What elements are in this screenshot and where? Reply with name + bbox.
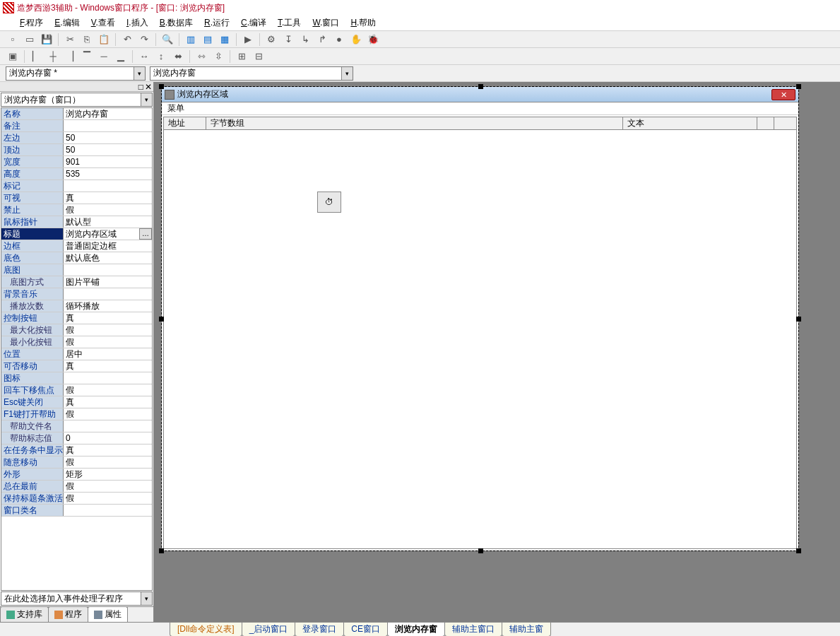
menu-item[interactable]: C.编译 bbox=[238, 16, 269, 30]
resize-handle[interactable] bbox=[159, 84, 164, 89]
resize-handle[interactable] bbox=[796, 84, 801, 89]
property-value[interactable] bbox=[64, 505, 152, 516]
chevron-down-icon[interactable]: ▾ bbox=[341, 67, 353, 80]
property-value[interactable]: 假 bbox=[64, 204, 152, 216]
open-file-icon[interactable]: ▭ bbox=[23, 33, 37, 47]
property-row[interactable]: 位置居中 bbox=[1, 348, 152, 360]
window-tab[interactable]: [Dll命令定义表] bbox=[170, 623, 242, 636]
new-file-icon[interactable]: ▫ bbox=[6, 33, 20, 47]
property-value[interactable]: 浏览内存区域 bbox=[64, 228, 139, 240]
center-v-icon[interactable]: ⊟ bbox=[252, 49, 266, 64]
window-tab[interactable]: 辅助主窗口 bbox=[444, 623, 502, 636]
property-row[interactable]: 保持标题条激活假 bbox=[1, 493, 152, 505]
property-row[interactable]: 底色默认底色 bbox=[1, 252, 152, 264]
property-value[interactable]: 默认底色 bbox=[64, 252, 152, 264]
breakpoint-icon[interactable]: ● bbox=[332, 33, 346, 47]
menu-item[interactable]: H.帮助 bbox=[348, 16, 379, 30]
compile-icon[interactable]: ⚙ bbox=[264, 33, 278, 47]
panel2-icon[interactable]: ▤ bbox=[201, 33, 215, 47]
property-value[interactable]: 50 bbox=[64, 132, 152, 143]
property-row[interactable]: 外形矩形 bbox=[1, 469, 152, 481]
menu-item[interactable]: W.窗口 bbox=[309, 16, 342, 30]
save-icon[interactable]: 💾 bbox=[40, 33, 54, 47]
property-row[interactable]: 最小化按钮假 bbox=[1, 336, 152, 348]
property-row[interactable]: 图标 bbox=[1, 372, 152, 384]
pin-icon[interactable]: □ bbox=[138, 82, 143, 92]
panel3-icon[interactable]: ▦ bbox=[218, 33, 232, 47]
step-over-icon[interactable]: ↧ bbox=[281, 33, 295, 47]
menu-item[interactable]: F.程序 bbox=[17, 16, 46, 30]
menu-item[interactable]: R.运行 bbox=[201, 16, 232, 30]
undo-icon[interactable]: ↶ bbox=[120, 33, 134, 47]
resize-handle[interactable] bbox=[159, 548, 164, 553]
step-into-icon[interactable]: ↳ bbox=[298, 33, 312, 47]
align-left-icon[interactable]: ▏ bbox=[29, 49, 43, 64]
find-icon[interactable]: 🔍 bbox=[160, 33, 174, 47]
property-value[interactable] bbox=[64, 180, 152, 192]
property-row[interactable]: 最大化按钮假 bbox=[1, 324, 152, 336]
same-height-icon[interactable]: ↕ bbox=[154, 49, 168, 64]
property-value[interactable]: 真 bbox=[64, 444, 152, 456]
chevron-down-icon[interactable]: ▾ bbox=[141, 592, 152, 605]
property-row[interactable]: F1键打开帮助假 bbox=[1, 408, 152, 420]
property-row[interactable]: 边框普通固定边框 bbox=[1, 240, 152, 252]
property-row[interactable]: 标记 bbox=[1, 180, 152, 192]
redo-icon[interactable]: ↷ bbox=[137, 33, 151, 47]
property-row[interactable]: 可视真 bbox=[1, 192, 152, 204]
align-bottom-icon[interactable]: ▁ bbox=[114, 49, 128, 64]
column-header[interactable]: 地址 bbox=[164, 117, 206, 129]
property-value[interactable]: 假 bbox=[64, 493, 152, 504]
property-value[interactable] bbox=[64, 288, 152, 300]
form-menu-item[interactable]: 菜单 bbox=[167, 102, 184, 114]
property-value[interactable]: 矩形 bbox=[64, 469, 152, 480]
align-right-icon[interactable]: ▕ bbox=[63, 49, 77, 64]
property-row[interactable]: 可否移动真 bbox=[1, 360, 152, 372]
window-tab[interactable]: 浏览内存窗 bbox=[387, 623, 445, 636]
event-combo[interactable]: 在此处选择加入事件处理子程序 ▾ bbox=[1, 591, 153, 606]
form-designer[interactable]: 浏览内存区域 ✕ 菜单 地址字节数组文本 ⏱ bbox=[154, 82, 840, 622]
property-value[interactable]: 真 bbox=[64, 396, 152, 408]
property-row[interactable]: 总在最前假 bbox=[1, 481, 152, 493]
resize-handle[interactable] bbox=[159, 317, 164, 322]
close-panel-icon[interactable]: ✕ bbox=[145, 82, 152, 92]
property-value[interactable]: 假 bbox=[64, 481, 152, 492]
form-listview[interactable]: 地址字节数组文本 bbox=[163, 117, 797, 549]
property-value[interactable]: 假 bbox=[64, 324, 152, 336]
property-row[interactable]: 帮助标志值0 bbox=[1, 432, 152, 444]
align-icon[interactable]: ▣ bbox=[6, 49, 20, 64]
property-value[interactable]: 假 bbox=[64, 384, 152, 396]
property-value[interactable]: 默认型 bbox=[64, 216, 152, 228]
property-row[interactable]: 禁止假 bbox=[1, 204, 152, 216]
align-top-icon[interactable]: ▔ bbox=[80, 49, 94, 64]
vspace-icon[interactable]: ⇳ bbox=[211, 49, 225, 64]
property-value[interactable] bbox=[64, 120, 152, 131]
property-row[interactable]: Esc键关闭真 bbox=[1, 396, 152, 408]
property-row[interactable]: 顶边50 bbox=[1, 144, 152, 156]
property-row[interactable]: 窗口类名 bbox=[1, 505, 152, 517]
panel-tab[interactable]: 程序 bbox=[48, 606, 88, 622]
property-value[interactable]: 535 bbox=[64, 168, 152, 179]
panel-tab[interactable]: 支持库 bbox=[0, 606, 49, 622]
form-menu[interactable]: 菜单 bbox=[162, 102, 798, 115]
object-combo[interactable]: 浏览内存窗（窗口） ▾ bbox=[1, 93, 153, 107]
property-value[interactable]: 真 bbox=[64, 360, 152, 372]
property-value[interactable]: 循环播放 bbox=[64, 300, 152, 312]
center-h-icon[interactable]: ⊞ bbox=[235, 49, 249, 64]
unit-combo[interactable]: 浏览内存窗 * ▾ bbox=[6, 66, 146, 81]
property-value[interactable]: 图片平铺 bbox=[64, 276, 152, 288]
same-size-icon[interactable]: ⬌ bbox=[171, 49, 185, 64]
property-row[interactable]: 标题浏览内存区域… bbox=[1, 228, 152, 240]
panel1-icon[interactable]: ▥ bbox=[184, 33, 198, 47]
resize-handle[interactable] bbox=[478, 548, 483, 553]
panel-tab[interactable]: 属性 bbox=[88, 606, 128, 622]
resize-handle[interactable] bbox=[796, 317, 801, 322]
property-row[interactable]: 控制按钮真 bbox=[1, 312, 152, 324]
property-row[interactable]: 宽度901 bbox=[1, 156, 152, 168]
property-value[interactable]: 0 bbox=[64, 432, 152, 444]
property-row[interactable]: 在任务条中显示真 bbox=[1, 444, 152, 457]
property-value[interactable]: 假 bbox=[64, 336, 152, 348]
window-tab[interactable]: 登录窗口 bbox=[295, 623, 344, 636]
timer-control[interactable]: ⏱ bbox=[317, 192, 341, 213]
chevron-down-icon[interactable]: ▾ bbox=[134, 67, 145, 80]
property-value[interactable]: 假 bbox=[64, 457, 152, 468]
